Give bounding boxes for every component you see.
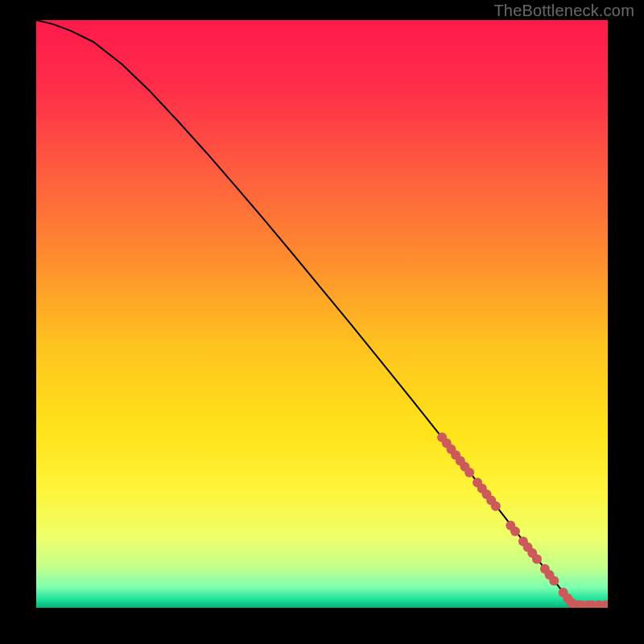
- data-marker: [532, 554, 542, 564]
- chart-svg: [36, 20, 608, 608]
- data-marker: [491, 502, 501, 511]
- chart-stage: TheBottleneck.com: [0, 0, 644, 644]
- watermark-text: TheBottleneck.com: [493, 2, 634, 20]
- data-marker: [549, 576, 559, 585]
- data-marker: [464, 468, 474, 477]
- data-marker: [510, 526, 520, 536]
- gradient-rect: [36, 20, 608, 608]
- plot-area: [36, 20, 608, 608]
